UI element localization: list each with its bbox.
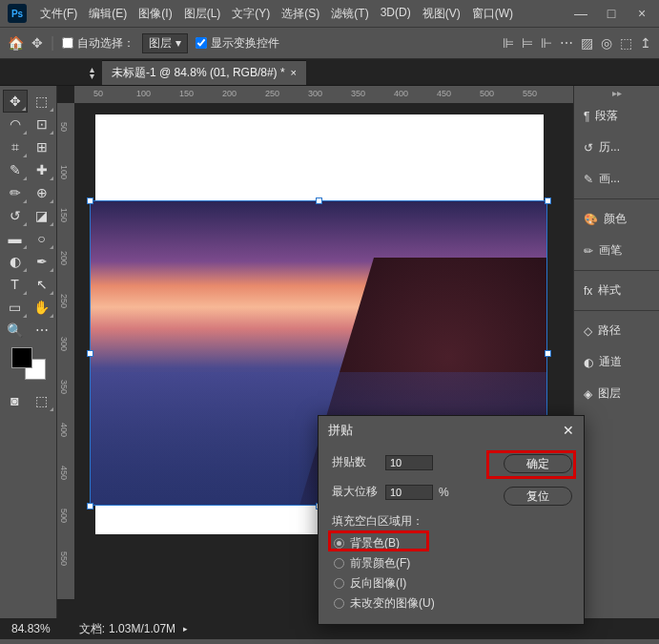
radio-foreground-color[interactable]: 前景颜色(F): [332, 555, 570, 571]
panel-brush-settings[interactable]: ✏画笔: [574, 235, 659, 266]
lasso-tool[interactable]: ◠: [3, 113, 28, 135]
menu-3d[interactable]: 3D(D): [377, 4, 415, 24]
pen-tool[interactable]: ✒: [30, 250, 54, 273]
mask-mode-icon[interactable]: ◎: [601, 35, 612, 51]
gradient-tool[interactable]: ▬: [3, 227, 28, 250]
auto-select-checkbox[interactable]: 自动选择：: [62, 35, 134, 52]
quick-select-tool[interactable]: ⊡: [30, 113, 54, 135]
close-button[interactable]: ×: [632, 6, 651, 21]
paragraph-icon: ¶: [584, 110, 589, 123]
type-tool[interactable]: T: [3, 273, 28, 296]
vertical-ruler[interactable]: 50100150200250300350400450500550: [57, 103, 74, 599]
paths-icon: ◇: [584, 324, 592, 338]
edit-toolbar[interactable]: ⋯: [30, 319, 54, 342]
menu-layer[interactable]: 图层(L): [180, 4, 225, 24]
auto-select-target-dropdown[interactable]: 图层▾: [142, 33, 188, 53]
zoom-tool[interactable]: 🔍: [3, 319, 28, 342]
panel-brushes[interactable]: ✎画...: [574, 163, 659, 195]
menu-edit[interactable]: 编辑(E): [85, 4, 131, 24]
align-right-icon[interactable]: ⊩: [541, 35, 552, 51]
home-icon[interactable]: 🏠: [8, 35, 24, 51]
transform-handle-mr[interactable]: [545, 350, 551, 357]
move-tool[interactable]: ✥: [3, 90, 28, 113]
menu-file[interactable]: 文件(F): [36, 4, 81, 24]
menu-type[interactable]: 文字(Y): [228, 4, 274, 24]
maximize-button[interactable]: □: [602, 6, 621, 21]
eyedropper-tool[interactable]: ✎: [3, 158, 28, 181]
history-brush-tool[interactable]: ↺: [3, 204, 28, 227]
document-tab[interactable]: 未标题-1 @ 84.8% (01, RGB/8#) * ×: [102, 60, 306, 85]
panel-channels[interactable]: ◐通道: [574, 346, 659, 378]
panel-paths[interactable]: ◇路径: [574, 315, 659, 346]
transform-handle-bl[interactable]: [87, 503, 93, 509]
align-center-icon[interactable]: ⊨: [522, 35, 533, 51]
horizontal-ruler[interactable]: 50100150200250300350400450500550: [74, 86, 573, 103]
titlebar: Ps 文件(F) 编辑(E) 图像(I) 图层(L) 文字(Y) 选择(S) 滤…: [0, 0, 659, 27]
crop-tool[interactable]: ⌗: [3, 135, 28, 158]
dodge-tool[interactable]: ◐: [3, 250, 28, 273]
transform-handle-tl[interactable]: [87, 197, 93, 204]
minimize-button[interactable]: —: [571, 6, 590, 21]
radio-unaltered-image[interactable]: 未改变的图像(U): [332, 595, 570, 612]
shape-tool[interactable]: ▭: [3, 296, 28, 319]
dialog-close-icon[interactable]: ✕: [563, 423, 574, 438]
blur-tool[interactable]: ○: [30, 227, 54, 250]
screen-mode-tool[interactable]: ⬚: [30, 389, 54, 412]
show-transform-checkbox[interactable]: 显示变换控件: [196, 35, 279, 52]
eraser-tool[interactable]: ◪: [30, 204, 54, 227]
tile-count-input[interactable]: [385, 455, 433, 470]
max-offset-label: 最大位移: [332, 484, 380, 500]
brush-tool[interactable]: ✏: [3, 181, 28, 204]
max-offset-input[interactable]: [385, 485, 433, 500]
more-options-icon[interactable]: ⋯: [560, 35, 573, 51]
quick-mask-tool[interactable]: ◙: [3, 389, 28, 412]
align-left-icon[interactable]: ⊫: [503, 35, 514, 51]
transform-handle-ml[interactable]: [87, 350, 93, 357]
menu-filter[interactable]: 滤镜(T): [327, 4, 372, 24]
offset-unit: %: [439, 486, 449, 499]
menu-image[interactable]: 图像(I): [134, 4, 175, 24]
radio-dot-icon: [334, 538, 344, 549]
menu-window[interactable]: 窗口(W): [468, 4, 517, 24]
doc-size-display[interactable]: 文档:1.03M/1.07M ▸: [79, 621, 188, 637]
collapse-panels-icon[interactable]: ▸▸: [574, 86, 659, 100]
ok-button[interactable]: 确定: [504, 454, 572, 473]
3d-mode-icon[interactable]: ▨: [581, 35, 593, 51]
tab-close-icon[interactable]: ×: [291, 67, 297, 78]
panel-paragraph[interactable]: ¶段落: [574, 100, 659, 132]
transform-handle-tm[interactable]: [316, 197, 322, 204]
transform-handle-tr[interactable]: [545, 197, 551, 204]
path-select-tool[interactable]: ↖: [30, 273, 54, 296]
radio-dot-icon: [334, 558, 344, 569]
foreground-color-swatch[interactable]: [11, 347, 32, 368]
screen-mode-icon[interactable]: ⬚: [620, 35, 632, 51]
dialog-title-text: 拼贴: [328, 422, 353, 439]
frame-tool[interactable]: ⊞: [30, 135, 54, 158]
zoom-level[interactable]: 84.83%: [11, 622, 51, 635]
panel-layers[interactable]: ◈图层: [574, 378, 659, 409]
marquee-tool[interactable]: ⬚: [30, 90, 54, 113]
hand-tool[interactable]: ✋: [30, 296, 54, 319]
share-icon[interactable]: ↥: [640, 35, 651, 51]
document-tab-bar: ▴▾ 未标题-1 @ 84.8% (01, RGB/8#) * ×: [0, 59, 659, 86]
color-swatches[interactable]: [0, 347, 56, 384]
history-icon: ↺: [584, 141, 593, 155]
menu-select[interactable]: 选择(S): [278, 4, 323, 24]
reset-button[interactable]: 复位: [504, 487, 572, 506]
chevron-right-icon: ▸: [183, 624, 188, 634]
radio-background-color[interactable]: 背景色(B): [332, 535, 570, 551]
brush-settings-icon: ✏: [584, 244, 593, 258]
options-bar: 🏠 ✥ | 自动选择： 图层▾ 显示变换控件 ⊫ ⊨ ⊩ ⋯ ▨ ◎ ⬚ ↥: [0, 27, 659, 59]
move-tool-icon: ✥: [31, 35, 43, 51]
toolbox: ✥⬚ ◠⊡ ⌗⊞ ✎✚ ✏⊕ ↺◪ ▬○ ◐✒ T↖ ▭✋ 🔍⋯ ◙⬚: [0, 86, 57, 618]
radio-inverse-image[interactable]: 反向图像(I): [332, 575, 570, 592]
tab-scroll-down-icon[interactable]: ▾: [90, 73, 94, 79]
dialog-titlebar[interactable]: 拼贴 ✕: [319, 416, 584, 445]
menu-view[interactable]: 视图(V): [419, 4, 464, 24]
healing-tool[interactable]: ✚: [30, 158, 54, 181]
panel-styles[interactable]: fx样式: [574, 275, 659, 306]
panel-color[interactable]: 🎨颜色: [574, 203, 659, 235]
panel-history[interactable]: ↺历...: [574, 132, 659, 163]
brush-icon: ✎: [584, 173, 593, 186]
stamp-tool[interactable]: ⊕: [30, 181, 54, 204]
